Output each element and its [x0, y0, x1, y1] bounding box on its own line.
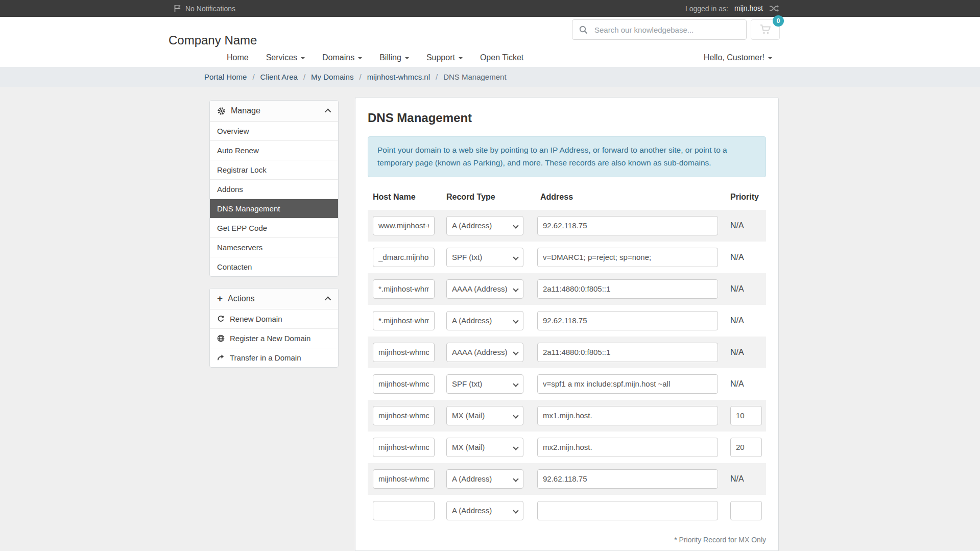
- breadcrumb-separator: /: [436, 73, 438, 81]
- table-header-row: Host Name Record Type Address Priority: [368, 187, 766, 210]
- record-type-select-wrap: AAAA (Address): [446, 279, 523, 299]
- nav-billing[interactable]: Billing: [379, 53, 409, 62]
- address-input[interactable]: [537, 343, 718, 362]
- chevron-up-icon: [325, 296, 331, 303]
- notifications-link[interactable]: No Notifications: [174, 5, 235, 13]
- manage-panel-title: Manage: [231, 106, 260, 115]
- refresh-icon: [217, 315, 225, 323]
- sidebar-item-nameservers[interactable]: Nameservers: [210, 238, 338, 257]
- sidebar-item-auto-renew[interactable]: Auto Renew: [210, 141, 338, 160]
- address-input[interactable]: [537, 406, 718, 425]
- nav-services[interactable]: Services: [266, 53, 305, 62]
- action-renew-domain[interactable]: Renew Domain: [210, 309, 338, 329]
- logged-in-user-link[interactable]: mijn.host: [734, 4, 763, 13]
- address-input[interactable]: [537, 279, 718, 299]
- table-row: A (Address) N/A: [368, 463, 766, 495]
- address-input[interactable]: [537, 469, 718, 489]
- table-row: SPF (txt) N/A: [368, 368, 766, 400]
- breadcrumb-my-domains[interactable]: My Domains: [311, 73, 353, 81]
- record-type-select[interactable]: MX (Mail): [446, 406, 523, 425]
- priority-input[interactable]: [730, 438, 762, 457]
- host-name-input[interactable]: [373, 343, 435, 362]
- breadcrumb-domain[interactable]: mijnhost-whmcs.nl: [367, 73, 430, 81]
- nav-billing-label: Billing: [379, 53, 401, 62]
- address-input[interactable]: [537, 438, 718, 457]
- record-type-select[interactable]: AAAA (Address): [446, 279, 523, 299]
- breadcrumb-portal-home[interactable]: Portal Home: [204, 73, 247, 81]
- breadcrumb: Portal Home / Client Area / My Domains /…: [0, 67, 980, 87]
- sidebar-item-overview[interactable]: Overview: [210, 122, 338, 141]
- host-name-input[interactable]: [373, 406, 435, 425]
- chevron-down-icon: [358, 57, 362, 59]
- record-type-select[interactable]: A (Address): [446, 216, 523, 235]
- sidebar-item-get-epp-code[interactable]: Get EPP Code: [210, 219, 338, 238]
- record-type-select-wrap: SPF (txt): [446, 374, 523, 394]
- table-row: AAAA (Address) N/A: [368, 273, 766, 305]
- page-title: DNS Management: [368, 111, 766, 125]
- host-name-input[interactable]: [373, 469, 435, 489]
- nav-support[interactable]: Support: [426, 53, 463, 62]
- col-header-record-type: Record Type: [441, 193, 532, 202]
- sidebar: Manage Overview Auto Renew Registrar Loc…: [209, 100, 339, 379]
- address-input[interactable]: [537, 248, 718, 267]
- host-name-input[interactable]: [373, 374, 435, 394]
- address-input[interactable]: [537, 501, 718, 520]
- switch-user-icon[interactable]: [769, 5, 779, 12]
- nav-domains[interactable]: Domains: [322, 53, 362, 62]
- nav-open-ticket[interactable]: Open Ticket: [480, 53, 523, 62]
- table-row: A (Address) N/A: [368, 305, 766, 337]
- record-type-select[interactable]: A (Address): [446, 501, 523, 520]
- action-register-new-domain[interactable]: Register a New Domain: [210, 329, 338, 348]
- host-name-input[interactable]: [373, 279, 435, 299]
- actions-panel-header[interactable]: + Actions: [210, 289, 338, 309]
- priority-input[interactable]: [730, 501, 762, 520]
- cart-button[interactable]: 0: [751, 19, 780, 40]
- action-register-new-domain-label: Register a New Domain: [230, 334, 310, 343]
- priority-input[interactable]: [730, 406, 762, 425]
- nav-home[interactable]: Home: [227, 53, 249, 62]
- logged-in-as-label: Logged in as:: [685, 5, 728, 13]
- sidebar-item-registrar-lock[interactable]: Registrar Lock: [210, 160, 338, 180]
- record-type-select[interactable]: A (Address): [446, 469, 523, 489]
- dns-records-table: Host Name Record Type Address Priority A…: [368, 187, 766, 526]
- account-menu[interactable]: Hello, Customer!: [704, 53, 772, 62]
- col-header-priority: Priority: [725, 193, 766, 202]
- account-greeting: Hello, Customer!: [704, 53, 764, 62]
- record-type-select[interactable]: AAAA (Address): [446, 343, 523, 362]
- breadcrumb-separator: /: [303, 73, 305, 81]
- action-transfer-in-domain-label: Transfer in a Domain: [230, 353, 301, 362]
- transfer-arrow-icon: [217, 354, 225, 362]
- host-name-input[interactable]: [373, 438, 435, 457]
- sidebar-item-contacten[interactable]: Contacten: [210, 257, 338, 276]
- knowledgebase-search[interactable]: [572, 19, 747, 40]
- cart-count-badge: 0: [773, 15, 784, 27]
- notifications-label: No Notifications: [185, 5, 235, 13]
- priority-value: N/A: [730, 348, 744, 356]
- host-name-input[interactable]: [373, 216, 435, 235]
- info-alert: Point your domain to a web site by point…: [368, 136, 766, 177]
- priority-value: N/A: [730, 474, 744, 483]
- breadcrumb-client-area[interactable]: Client Area: [260, 73, 298, 81]
- host-name-input[interactable]: [373, 248, 435, 267]
- address-input[interactable]: [537, 216, 718, 235]
- table-row: AAAA (Address) N/A: [368, 337, 766, 368]
- action-transfer-in-domain[interactable]: Transfer in a Domain: [210, 348, 338, 367]
- record-type-select[interactable]: SPF (txt): [446, 374, 523, 394]
- host-name-input[interactable]: [373, 501, 435, 520]
- host-name-input[interactable]: [373, 311, 435, 330]
- record-type-select[interactable]: SPF (txt): [446, 248, 523, 267]
- dns-management-card: DNS Management Point your domain to a we…: [355, 97, 779, 551]
- search-input[interactable]: [593, 25, 739, 35]
- record-type-select[interactable]: MX (Mail): [446, 438, 523, 457]
- chevron-up-icon: [325, 108, 331, 115]
- address-input[interactable]: [537, 311, 718, 330]
- record-type-select-wrap: MX (Mail): [446, 406, 523, 425]
- globe-icon: [217, 334, 225, 342]
- content-area: Manage Overview Auto Renew Registrar Loc…: [0, 87, 980, 551]
- chevron-down-icon: [459, 57, 463, 59]
- manage-panel-header[interactable]: Manage: [210, 101, 338, 122]
- sidebar-item-addons[interactable]: Addons: [210, 180, 338, 199]
- record-type-select[interactable]: A (Address): [446, 311, 523, 330]
- sidebar-item-dns-management[interactable]: DNS Management: [210, 199, 338, 219]
- address-input[interactable]: [537, 374, 718, 394]
